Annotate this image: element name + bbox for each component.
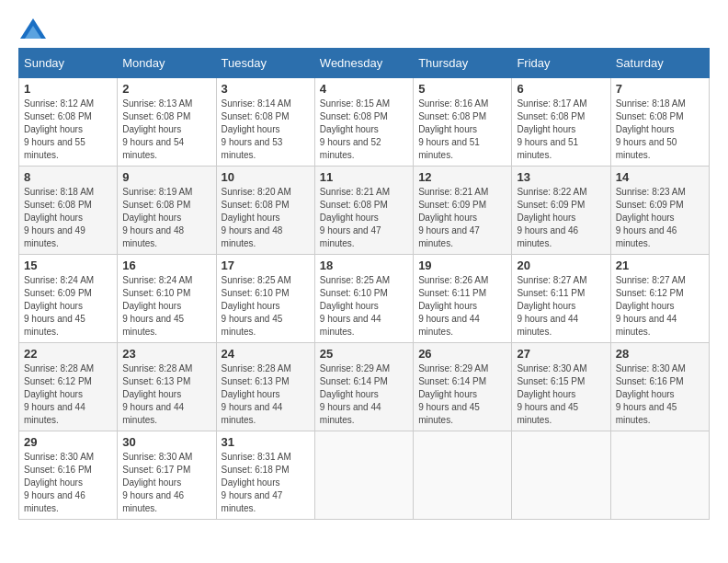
day-content: Sunrise: 8:24 AMSunset: 6:10 PMDaylight … xyxy=(122,274,210,339)
day-content: Sunrise: 8:21 AMSunset: 6:08 PMDaylight … xyxy=(320,186,408,250)
day-number: 29 xyxy=(24,435,112,449)
calendar-cell: 28Sunrise: 8:30 AMSunset: 6:16 PMDayligh… xyxy=(610,343,709,431)
calendar-cell: 8Sunrise: 8:18 AMSunset: 6:08 PMDaylight… xyxy=(19,167,118,255)
day-number: 26 xyxy=(418,347,506,361)
weekday-header-wednesday: Wednesday xyxy=(314,49,413,78)
calendar-cell: 10Sunrise: 8:20 AMSunset: 6:08 PMDayligh… xyxy=(216,167,314,255)
calendar: SundayMondayTuesdayWednesdayThursdayFrid… xyxy=(18,48,710,520)
day-content: Sunrise: 8:27 AMSunset: 6:12 PMDaylight … xyxy=(616,274,704,339)
calendar-cell: 17Sunrise: 8:25 AMSunset: 6:10 PMDayligh… xyxy=(216,255,314,343)
calendar-cell: 23Sunrise: 8:28 AMSunset: 6:13 PMDayligh… xyxy=(118,343,216,431)
weekday-header-thursday: Thursday xyxy=(414,49,512,78)
day-number: 1 xyxy=(24,82,112,96)
day-number: 5 xyxy=(418,82,506,96)
week-row-5: 29Sunrise: 8:30 AMSunset: 6:16 PMDayligh… xyxy=(19,431,710,520)
weekday-header-tuesday: Tuesday xyxy=(216,49,314,78)
day-number: 13 xyxy=(517,170,605,184)
day-number: 31 xyxy=(222,435,310,449)
calendar-cell: 24Sunrise: 8:28 AMSunset: 6:13 PMDayligh… xyxy=(216,343,314,431)
logo xyxy=(18,18,46,39)
day-content: Sunrise: 8:13 AMSunset: 6:08 PMDaylight … xyxy=(122,98,210,162)
calendar-cell: 18Sunrise: 8:25 AMSunset: 6:10 PMDayligh… xyxy=(314,255,413,343)
day-content: Sunrise: 8:31 AMSunset: 6:18 PMDaylight … xyxy=(222,451,310,515)
day-content: Sunrise: 8:16 AMSunset: 6:08 PMDaylight … xyxy=(418,98,506,162)
header xyxy=(18,18,710,39)
week-row-1: 1Sunrise: 8:12 AMSunset: 6:08 PMDaylight… xyxy=(19,78,710,167)
day-content: Sunrise: 8:15 AMSunset: 6:08 PMDaylight … xyxy=(320,98,408,162)
calendar-cell: 5Sunrise: 8:16 AMSunset: 6:08 PMDaylight… xyxy=(414,78,512,167)
calendar-cell xyxy=(314,431,413,520)
day-number: 24 xyxy=(222,347,310,361)
day-number: 20 xyxy=(517,259,605,272)
calendar-cell: 22Sunrise: 8:28 AMSunset: 6:12 PMDayligh… xyxy=(19,343,118,431)
day-content: Sunrise: 8:30 AMSunset: 6:17 PMDaylight … xyxy=(122,451,210,515)
calendar-cell: 6Sunrise: 8:17 AMSunset: 6:08 PMDaylight… xyxy=(512,78,610,167)
calendar-cell: 16Sunrise: 8:24 AMSunset: 6:10 PMDayligh… xyxy=(118,255,216,343)
day-content: Sunrise: 8:12 AMSunset: 6:08 PMDaylight … xyxy=(24,98,112,162)
day-content: Sunrise: 8:17 AMSunset: 6:08 PMDaylight … xyxy=(517,98,605,162)
week-row-2: 8Sunrise: 8:18 AMSunset: 6:08 PMDaylight… xyxy=(19,167,710,255)
calendar-cell: 7Sunrise: 8:18 AMSunset: 6:08 PMDaylight… xyxy=(610,78,709,167)
calendar-cell: 2Sunrise: 8:13 AMSunset: 6:08 PMDaylight… xyxy=(118,78,216,167)
day-number: 28 xyxy=(616,347,704,361)
calendar-cell: 9Sunrise: 8:19 AMSunset: 6:08 PMDaylight… xyxy=(118,167,216,255)
calendar-cell: 25Sunrise: 8:29 AMSunset: 6:14 PMDayligh… xyxy=(314,343,413,431)
day-content: Sunrise: 8:19 AMSunset: 6:08 PMDaylight … xyxy=(122,186,210,250)
day-number: 21 xyxy=(616,259,704,272)
weekday-header-row: SundayMondayTuesdayWednesdayThursdayFrid… xyxy=(19,49,710,78)
week-row-3: 15Sunrise: 8:24 AMSunset: 6:09 PMDayligh… xyxy=(19,255,710,343)
weekday-header-sunday: Sunday xyxy=(19,49,118,78)
day-number: 12 xyxy=(418,170,506,184)
day-number: 23 xyxy=(122,347,210,361)
day-number: 2 xyxy=(122,82,210,96)
day-number: 7 xyxy=(616,82,704,96)
day-content: Sunrise: 8:23 AMSunset: 6:09 PMDaylight … xyxy=(616,186,704,250)
calendar-cell: 4Sunrise: 8:15 AMSunset: 6:08 PMDaylight… xyxy=(314,78,413,167)
logo-icon xyxy=(20,18,46,39)
calendar-cell: 19Sunrise: 8:26 AMSunset: 6:11 PMDayligh… xyxy=(414,255,512,343)
calendar-cell xyxy=(414,431,512,520)
day-number: 16 xyxy=(122,259,210,272)
day-number: 19 xyxy=(418,259,506,272)
calendar-cell: 11Sunrise: 8:21 AMSunset: 6:08 PMDayligh… xyxy=(314,167,413,255)
day-content: Sunrise: 8:25 AMSunset: 6:10 PMDaylight … xyxy=(320,274,408,339)
day-number: 30 xyxy=(122,435,210,449)
calendar-cell: 1Sunrise: 8:12 AMSunset: 6:08 PMDaylight… xyxy=(19,78,118,167)
day-number: 4 xyxy=(320,82,408,96)
calendar-cell: 3Sunrise: 8:14 AMSunset: 6:08 PMDaylight… xyxy=(216,78,314,167)
day-content: Sunrise: 8:28 AMSunset: 6:12 PMDaylight … xyxy=(24,362,112,427)
day-number: 14 xyxy=(616,170,704,184)
calendar-cell: 27Sunrise: 8:30 AMSunset: 6:15 PMDayligh… xyxy=(512,343,610,431)
calendar-cell xyxy=(610,431,709,520)
day-content: Sunrise: 8:27 AMSunset: 6:11 PMDaylight … xyxy=(517,274,605,339)
day-number: 27 xyxy=(517,347,605,361)
calendar-cell: 13Sunrise: 8:22 AMSunset: 6:09 PMDayligh… xyxy=(512,167,610,255)
day-content: Sunrise: 8:29 AMSunset: 6:14 PMDaylight … xyxy=(418,362,506,427)
calendar-cell: 20Sunrise: 8:27 AMSunset: 6:11 PMDayligh… xyxy=(512,255,610,343)
calendar-cell: 14Sunrise: 8:23 AMSunset: 6:09 PMDayligh… xyxy=(610,167,709,255)
day-content: Sunrise: 8:28 AMSunset: 6:13 PMDaylight … xyxy=(122,362,210,427)
day-content: Sunrise: 8:18 AMSunset: 6:08 PMDaylight … xyxy=(24,186,112,250)
weekday-header-saturday: Saturday xyxy=(610,49,709,78)
day-content: Sunrise: 8:28 AMSunset: 6:13 PMDaylight … xyxy=(222,362,310,427)
day-content: Sunrise: 8:30 AMSunset: 6:16 PMDaylight … xyxy=(616,362,704,427)
day-number: 3 xyxy=(222,82,310,96)
weekday-header-monday: Monday xyxy=(118,49,216,78)
day-content: Sunrise: 8:21 AMSunset: 6:09 PMDaylight … xyxy=(418,186,506,250)
day-content: Sunrise: 8:20 AMSunset: 6:08 PMDaylight … xyxy=(222,186,310,250)
day-number: 8 xyxy=(24,170,112,184)
calendar-cell: 26Sunrise: 8:29 AMSunset: 6:14 PMDayligh… xyxy=(414,343,512,431)
day-content: Sunrise: 8:22 AMSunset: 6:09 PMDaylight … xyxy=(517,186,605,250)
calendar-cell: 31Sunrise: 8:31 AMSunset: 6:18 PMDayligh… xyxy=(216,431,314,520)
calendar-cell: 15Sunrise: 8:24 AMSunset: 6:09 PMDayligh… xyxy=(19,255,118,343)
day-content: Sunrise: 8:24 AMSunset: 6:09 PMDaylight … xyxy=(24,274,112,339)
weekday-header-friday: Friday xyxy=(512,49,610,78)
calendar-cell: 29Sunrise: 8:30 AMSunset: 6:16 PMDayligh… xyxy=(19,431,118,520)
calendar-cell: 30Sunrise: 8:30 AMSunset: 6:17 PMDayligh… xyxy=(118,431,216,520)
day-number: 15 xyxy=(24,259,112,272)
day-content: Sunrise: 8:14 AMSunset: 6:08 PMDaylight … xyxy=(222,98,310,162)
day-number: 9 xyxy=(122,170,210,184)
day-number: 18 xyxy=(320,259,408,272)
day-content: Sunrise: 8:29 AMSunset: 6:14 PMDaylight … xyxy=(320,362,408,427)
day-content: Sunrise: 8:30 AMSunset: 6:16 PMDaylight … xyxy=(24,451,112,515)
